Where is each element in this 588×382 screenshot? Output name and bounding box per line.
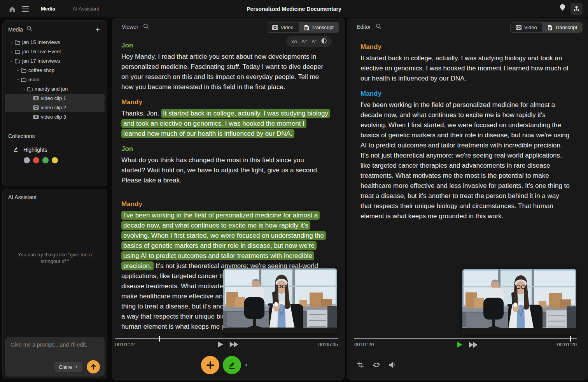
- media-tree-item[interactable]: video clip 3: [5, 112, 105, 121]
- media-item-label: jan 17 Interviews: [22, 58, 60, 64]
- media-item-label: video clip 1: [41, 95, 66, 101]
- play-button[interactable]: [218, 342, 223, 347]
- voice-select[interactable]: Claire ▼: [54, 362, 82, 372]
- media-tree-item[interactable]: video clip 1: [5, 94, 105, 103]
- highlight-color-dot[interactable]: [33, 157, 39, 163]
- chevron-down-icon[interactable]: ›: [10, 58, 14, 64]
- chevron-right-icon[interactable]: ›: [9, 49, 15, 54]
- transcript-text[interactable]: It started back in college, actually. I …: [360, 54, 569, 82]
- total-time: 00:01:20: [557, 342, 577, 347]
- chevron-down-icon[interactable]: ›: [16, 67, 21, 73]
- media-item-label: main: [28, 77, 39, 82]
- ai-assistant-panel: AI Assistant You can try things like “gi…: [2, 189, 107, 379]
- video-view-button[interactable]: Video: [267, 23, 299, 32]
- editor-video-preview[interactable]: [462, 269, 576, 334]
- highlight-color-dot[interactable]: [24, 157, 30, 163]
- editor-view-toggle: Video Transcript: [510, 22, 583, 33]
- playhead[interactable]: [570, 336, 571, 342]
- media-panel: Media + ›jan 15 Interviews›jan 16 Live E…: [2, 20, 107, 186]
- transcript-paragraph[interactable]: I've been working in the field of person…: [360, 100, 570, 221]
- transcript-text[interactable]: What do you think has changed the most i…: [121, 156, 319, 184]
- transcript-view-button[interactable]: Transcript: [542, 23, 582, 32]
- tab-media[interactable]: Media: [32, 0, 64, 18]
- folder-icon: [21, 77, 28, 82]
- chevron-right-icon[interactable]: ›: [9, 40, 15, 45]
- ai-panel-title: AI Assistant: [8, 194, 37, 200]
- menu-icon[interactable]: [19, 3, 32, 15]
- search-icon[interactable]: [26, 26, 32, 33]
- add-media-button[interactable]: +: [94, 27, 102, 32]
- lightbulb-icon[interactable]: [559, 4, 566, 14]
- media-tree-item[interactable]: ›jan 17 Interviews: [5, 56, 105, 65]
- folder-icon: [21, 68, 28, 73]
- transcript-view-button[interactable]: Transcript: [299, 23, 339, 32]
- video-view-button[interactable]: Video: [511, 23, 542, 32]
- speaker-label: Mandy: [121, 98, 328, 106]
- transcript-text[interactable]: Thanks, Jon.: [121, 110, 161, 117]
- tab-ai-assistant[interactable]: AI Assistant: [64, 0, 108, 18]
- search-icon[interactable]: [376, 23, 382, 31]
- loop-swap-icon[interactable]: [372, 361, 381, 370]
- media-item-label: mandy and jon: [35, 86, 68, 92]
- folder-icon: [15, 49, 22, 54]
- fast-forward-button[interactable]: [469, 342, 478, 348]
- transcript-paragraph[interactable]: What do you think has changed the most i…: [121, 155, 328, 186]
- speaker-label: Jon: [121, 145, 328, 153]
- current-time: 00:01:20: [354, 342, 374, 347]
- fast-forward-button[interactable]: [230, 342, 239, 347]
- export-button[interactable]: [570, 3, 583, 15]
- topbar: Media AI Assistant Personalized Medicine…: [0, 0, 588, 18]
- scene-divider: [166, 194, 284, 194]
- transcript-paragraph[interactable]: Hey Mandy, I read that article you sent …: [121, 52, 328, 92]
- ai-prompt-box: Claire ▼: [5, 337, 105, 377]
- transcript-highlight[interactable]: I've been working in the field of person…: [121, 211, 326, 270]
- media-tree-item[interactable]: video clip 2: [5, 103, 105, 112]
- media-item-label: jan 16 Live Event: [22, 49, 61, 54]
- highlight-color-dot[interactable]: [42, 157, 49, 163]
- ai-prompt-input[interactable]: [5, 337, 105, 358]
- editor-panel: Editor Video Transcript MandyIt started …: [347, 18, 588, 380]
- voice-label: Claire: [59, 364, 72, 370]
- speaker-label: Mandy: [360, 43, 570, 51]
- transcript-paragraph[interactable]: It started back in college, actually. I …: [360, 53, 570, 84]
- home-icon[interactable]: [5, 3, 19, 15]
- editor-timeline[interactable]: [354, 338, 577, 339]
- ai-hint-text: You can try things like “give me a strin…: [14, 251, 96, 265]
- viewer-timeline[interactable]: [115, 338, 338, 339]
- project-title: Personalized Medicine Documentary: [247, 6, 341, 12]
- transcript-paragraph[interactable]: Thanks, Jon. It started back in college,…: [121, 109, 328, 139]
- speaker-label: Mandy: [360, 90, 570, 98]
- playhead[interactable]: [159, 336, 160, 342]
- separator: [108, 4, 108, 14]
- collection-highlights[interactable]: Highlights: [13, 146, 102, 153]
- film-clip-icon: [33, 96, 41, 100]
- play-button[interactable]: [457, 342, 462, 348]
- transcript-text[interactable]: Hey Mandy, I read that article you sent …: [121, 53, 323, 91]
- media-tree: ›jan 15 Interviews›jan 16 Live Event›jan…: [5, 38, 105, 121]
- highlight-color-dot[interactable]: [52, 157, 58, 163]
- add-to-editor-button[interactable]: [201, 356, 219, 374]
- crop-icon[interactable]: [357, 361, 364, 370]
- search-icon[interactable]: [143, 23, 149, 31]
- editor-transcript: MandyIt started back in college, actuall…: [360, 43, 570, 221]
- chevron-down-icon[interactable]: ›: [22, 86, 27, 92]
- volume-icon[interactable]: [388, 361, 397, 370]
- viewer-video-preview[interactable]: [223, 268, 337, 333]
- folder-icon: [15, 59, 22, 63]
- chevron-down-icon[interactable]: ▼: [245, 363, 248, 367]
- media-item-label: video clip 2: [41, 105, 66, 110]
- speaker-label: Jon: [121, 42, 328, 49]
- highlight-button[interactable]: [223, 356, 241, 374]
- media-tree-item[interactable]: ›main: [5, 75, 105, 84]
- transcript-text[interactable]: I've been working in the field of person…: [360, 101, 570, 220]
- current-time: 00:01:22: [115, 342, 135, 347]
- collections-title: Collections: [8, 133, 102, 139]
- media-tree-item[interactable]: ›coffee shop: [5, 66, 105, 75]
- viewer-panel: Viewer Video Transcript x̄A A⁺ A⁻ JonHey…: [112, 18, 345, 380]
- media-tree-item[interactable]: ›mandy and jon: [5, 84, 105, 93]
- send-prompt-button[interactable]: [87, 360, 100, 373]
- media-tree-item[interactable]: ›jan 15 Interviews: [5, 38, 105, 47]
- chevron-down-icon[interactable]: ›: [16, 77, 21, 82]
- media-item-label: coffee shop: [28, 67, 54, 73]
- media-tree-item[interactable]: ›jan 16 Live Event: [5, 47, 105, 56]
